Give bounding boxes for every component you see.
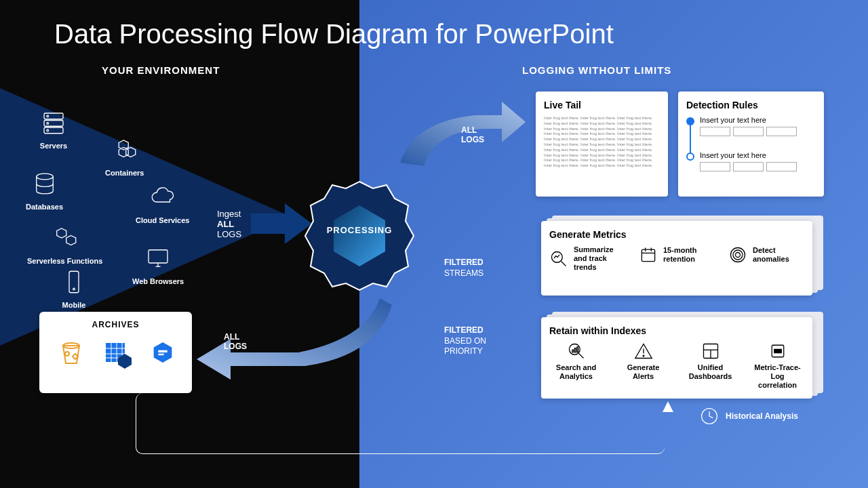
svg-rect-28 bbox=[642, 249, 654, 262]
index-search: Search and Analytics bbox=[549, 342, 603, 381]
serverless-icon bbox=[51, 224, 79, 252]
rule-text: Insert your text here bbox=[700, 151, 816, 159]
historical-flow-line bbox=[136, 393, 665, 454]
svg-rect-25 bbox=[158, 354, 163, 356]
index-alerts: Generate Alerts bbox=[616, 342, 670, 381]
filtered-priority-label: FILTERED BASED ON PRIORITY bbox=[444, 325, 486, 357]
live-tail-card: Live Tail Inter frog text there. Inter f… bbox=[536, 92, 668, 197]
svg-line-27 bbox=[561, 261, 566, 266]
svg-point-6 bbox=[36, 174, 53, 180]
svg-rect-46 bbox=[774, 349, 781, 352]
env-databases: Databases bbox=[26, 169, 63, 211]
svg-rect-10 bbox=[69, 271, 79, 293]
detection-rules-card: Detection Rules Insert your text here In… bbox=[678, 92, 824, 197]
gear-icon bbox=[292, 168, 427, 304]
env-serverless: Serverless Functions bbox=[27, 224, 102, 265]
processing-gear: PROCESSING bbox=[292, 168, 427, 304]
clock-icon bbox=[700, 407, 719, 426]
env-mobile: Mobile bbox=[60, 268, 88, 309]
svg-point-3 bbox=[47, 115, 49, 117]
magnify-chart-icon bbox=[549, 249, 568, 268]
retain-indexes-card: Retain within Indexes Search and Analyti… bbox=[541, 317, 812, 399]
card-title: Generate Metrics bbox=[549, 229, 804, 240]
section-logging: LOGGING WITHOUT LIMITS bbox=[522, 64, 671, 76]
rule-dot bbox=[686, 152, 694, 161]
processing-label: PROCESSING bbox=[292, 225, 427, 235]
hex-icon bbox=[149, 339, 176, 366]
calendar-icon bbox=[639, 245, 658, 264]
env-label: Cloud Services bbox=[136, 216, 189, 224]
index-correlation: Metric-Trace-Log correlation bbox=[751, 342, 804, 390]
svg-rect-39 bbox=[576, 347, 578, 352]
env-label: Mobile bbox=[60, 301, 88, 309]
dashboard-icon bbox=[701, 342, 720, 361]
archives-card: ARCHIVES bbox=[39, 312, 192, 393]
live-tail-body: Inter frog text there. Inter frog text t… bbox=[544, 116, 660, 169]
rule-2: Insert your text here bbox=[686, 151, 816, 171]
card-title: Retain within Indexes bbox=[549, 325, 804, 336]
metric-anomalies: Detect anomalies bbox=[728, 245, 804, 264]
svg-point-11 bbox=[73, 288, 75, 290]
svg-rect-24 bbox=[158, 350, 167, 352]
cloud-icon bbox=[149, 183, 177, 211]
rule-dot bbox=[686, 117, 694, 125]
metric-retention: 15-month retention bbox=[639, 245, 715, 264]
svg-point-4 bbox=[47, 123, 49, 125]
card-title: Live Tail bbox=[544, 100, 660, 110]
database-icon bbox=[31, 169, 59, 198]
rule-text: Insert your text here bbox=[700, 116, 816, 124]
svg-point-41 bbox=[643, 355, 644, 357]
svg-point-14 bbox=[65, 352, 69, 356]
svg-line-36 bbox=[578, 354, 583, 359]
svg-line-49 bbox=[709, 416, 713, 418]
slide-title: Data Processing Flow Diagram for PowerPo… bbox=[54, 19, 614, 49]
table-icon bbox=[102, 336, 134, 369]
arrow-label-down: ALLLOGS bbox=[224, 332, 247, 351]
log-icon bbox=[768, 342, 787, 361]
indexes-stack: Retain within Indexes Search and Analyti… bbox=[541, 317, 812, 399]
arrow-label-up: ALLLOGS bbox=[461, 125, 484, 144]
server-icon bbox=[39, 108, 68, 137]
env-label: Databases bbox=[26, 203, 63, 211]
env-cloud: Cloud Services bbox=[136, 183, 189, 224]
section-environment: YOUR ENVIRONMENT bbox=[102, 64, 220, 76]
svg-point-33 bbox=[733, 250, 743, 260]
generate-metrics-card: Generate Metrics Summarize and track tre… bbox=[541, 221, 812, 296]
card-title: Detection Rules bbox=[686, 100, 816, 110]
alert-icon bbox=[634, 342, 653, 361]
arrow-all-logs-down bbox=[190, 291, 393, 386]
metric-summarize: Summarize and track trends bbox=[549, 245, 625, 272]
search-analytics-icon bbox=[567, 342, 586, 361]
env-servers: Servers bbox=[39, 108, 68, 150]
mobile-icon bbox=[60, 268, 88, 296]
index-dashboards: Unified Dashboards bbox=[684, 342, 737, 381]
rule-1: Insert your text here bbox=[686, 116, 816, 136]
bucket-icon bbox=[55, 336, 87, 369]
svg-rect-38 bbox=[574, 348, 576, 352]
fingerprint-icon bbox=[728, 245, 747, 264]
env-label: Web Browsers bbox=[132, 277, 184, 285]
historical-analysis: Historical Analysis bbox=[700, 407, 798, 426]
env-label: Containers bbox=[105, 169, 144, 177]
archives-title: ARCHIVES bbox=[47, 320, 184, 329]
rule-connector bbox=[690, 125, 691, 154]
svg-rect-7 bbox=[149, 250, 167, 263]
env-label: Serverless Functions bbox=[27, 257, 102, 265]
containers-icon bbox=[111, 136, 139, 164]
historical-label: Historical Analysis bbox=[726, 411, 798, 421]
flow-arrowhead bbox=[661, 400, 675, 413]
svg-point-34 bbox=[736, 253, 741, 258]
svg-rect-37 bbox=[572, 350, 573, 352]
filtered-streams-label: FILTERED STREAMS bbox=[444, 258, 484, 279]
ingest-label: Ingest ALL LOGS bbox=[217, 209, 241, 239]
browser-icon bbox=[144, 244, 172, 272]
metrics-stack: Generate Metrics Summarize and track tre… bbox=[541, 221, 812, 296]
env-label: Servers bbox=[39, 142, 68, 150]
env-browsers: Web Browsers bbox=[132, 244, 184, 285]
svg-point-5 bbox=[47, 129, 49, 131]
env-containers: Containers bbox=[105, 136, 144, 177]
